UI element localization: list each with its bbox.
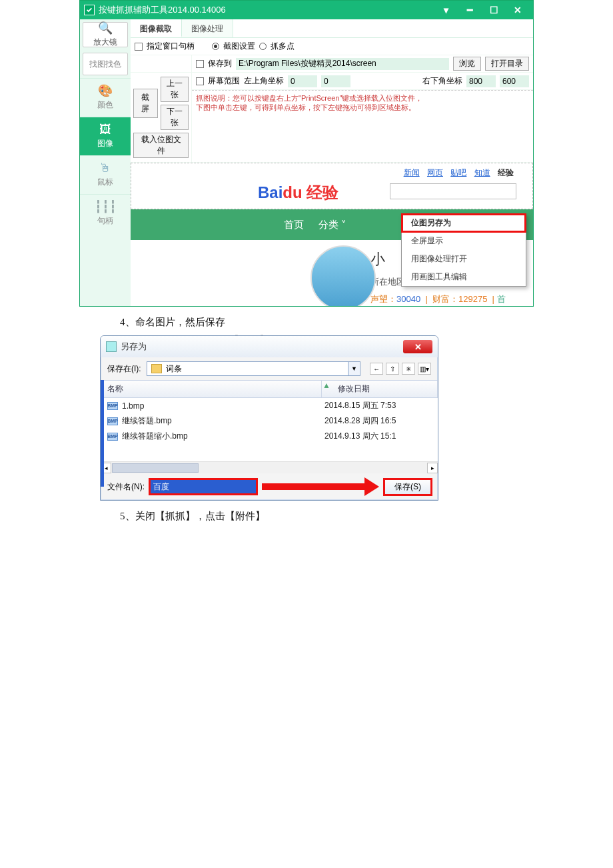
sidebar-item-handle[interactable]: ┇┇┇ 句柄 — [80, 194, 131, 233]
path-input[interactable] — [236, 58, 449, 70]
app-title: 按键抓抓辅助工具2014.00.14006 — [99, 4, 226, 16]
screenshot-button[interactable]: 截屏 — [133, 89, 158, 118]
file-name: 继续答题缩小.bmp — [122, 431, 188, 442]
checkbox-specify-window[interactable] — [135, 43, 143, 51]
nav-up-icon[interactable]: ⇧ — [386, 363, 399, 375]
horizontal-scrollbar[interactable]: ◂ ▸ — [101, 461, 438, 473]
save-in-label: 保存在(I): — [107, 363, 141, 375]
palette-icon: 🎨 — [98, 85, 113, 97]
caption-step5: 5、关闭【抓抓】，点击【附件】 — [120, 510, 613, 523]
sidebar-label: 颜色 — [97, 99, 113, 111]
folder-combo[interactable]: 词条 — [147, 361, 348, 376]
dialog-bottom-row: 文件名(N): 百度 保存(S) — [101, 473, 438, 500]
label-specify-window: 指定窗口句柄 — [147, 41, 195, 52]
load-bitmap-button[interactable]: 载入位图文件 — [133, 133, 189, 158]
ctx-fullscreen[interactable]: 全屏显示 — [402, 232, 526, 250]
minimize-button[interactable]: ━ — [458, 3, 481, 17]
maximize-button[interactable]: ☐ — [482, 3, 505, 17]
titlebar-menu-icon[interactable]: ▾ — [434, 3, 457, 17]
list-item[interactable]: BMP继续答题.bmp 2014.8.28 周四 16:5 — [101, 413, 438, 429]
save-button[interactable]: 保存(S) — [384, 479, 431, 495]
label-save-to: 保存到 — [208, 58, 232, 69]
nav-web[interactable]: 网页 — [427, 168, 443, 177]
sort-arrow-icon[interactable]: ▲ — [322, 381, 331, 397]
magnifier-icon: 🔍 — [98, 22, 113, 34]
baidu-logo: Baidu 经验 — [258, 182, 338, 203]
tl-x-input[interactable] — [288, 75, 317, 87]
nav-view-icon[interactable]: ▥▾ — [418, 363, 431, 375]
sidebar-item-mouse[interactable]: 🖱 鼠标 — [80, 155, 131, 194]
baidu-nav: 新闻 网页 贴吧 知道 经验 — [401, 167, 516, 179]
sidebar-item-find[interactable]: 找图找色 — [83, 53, 128, 75]
settings-row-2: 保存到 浏览 打开目录 — [192, 55, 533, 73]
sidebar-item-image[interactable]: 🖼 图像 — [80, 117, 131, 155]
preview-area[interactable]: ▲ 新闻 网页 贴吧 知道 经验 Baidu 经验 — [131, 162, 533, 306]
filename-label: 文件名(N): — [107, 481, 145, 493]
radio-multi-point[interactable] — [259, 43, 267, 50]
tab-image-capture[interactable]: 图像截取 — [131, 19, 182, 37]
instruction-note: 抓图说明：您可以按键盘右上方"PrintScreen"键或选择载入位图文件， 下… — [192, 90, 533, 115]
tabs: 图像截取 图像处理 — [131, 19, 533, 38]
file-name: 1.bmp — [122, 401, 144, 411]
dialog-left-strip — [101, 380, 104, 487]
prev-image-button[interactable]: 上一张 — [161, 77, 189, 102]
baidu-tab-category[interactable]: 分类 ˅ — [318, 219, 346, 231]
close-button[interactable]: ✕ — [506, 3, 529, 17]
baidu-search-input[interactable] — [390, 183, 516, 199]
nav-back-icon[interactable]: ← — [370, 363, 383, 375]
sidebar-label: 找图找色 — [89, 59, 121, 70]
file-list-header: 名称 ▲ 修改日期 — [101, 380, 438, 398]
nav-tieba[interactable]: 贴吧 — [450, 168, 466, 177]
list-item[interactable]: BMP1.bmp 2014.8.15 周五 7:53 — [101, 398, 438, 413]
label-topleft: 左上角坐标 — [244, 75, 284, 87]
titlebar: 按键抓抓辅助工具2014.00.14006 ▾ ━ ☐ ✕ — [80, 1, 533, 19]
ctx-save-as-bitmap[interactable]: 位图另存为 — [402, 214, 526, 232]
ctx-open-paint[interactable]: 用画图工具编辑 — [402, 268, 526, 286]
br-y-input[interactable] — [500, 75, 529, 87]
left-button-column-2: 截屏 上一张 下一张 载入位图文件 — [131, 73, 192, 162]
scroll-right-icon[interactable]: ▸ — [427, 463, 438, 473]
nav-news[interactable]: 新闻 — [404, 168, 420, 177]
label-bottomright: 右下角坐标 — [422, 75, 462, 87]
dialog-title: 另存为 — [121, 341, 147, 353]
folder-combo-arrow[interactable]: ▼ — [348, 361, 360, 376]
settings-row-1: 指定窗口句柄 截图设置 抓多点 — [131, 38, 533, 55]
list-item[interactable]: BMP继续答题缩小.bmp 2014.9.13 周六 15:1 — [101, 429, 438, 444]
sidebar-label: 鼠标 — [97, 177, 113, 188]
ctx-open-image-process[interactable]: 用图像处理打开 — [402, 250, 526, 268]
user-avatar — [310, 245, 376, 306]
checkbox-screen-range[interactable] — [196, 77, 204, 85]
tab-image-process[interactable]: 图像处理 — [182, 19, 233, 37]
open-dir-button[interactable]: 打开目录 — [485, 57, 529, 71]
save-as-dialog: 另存为 ✕ 保存在(I): 词条 ▼ ← ⇧ ✳ ▥▾ — [100, 335, 438, 501]
radio-capture-setting[interactable] — [212, 43, 219, 50]
nav-zhidao[interactable]: 知道 — [474, 168, 490, 177]
baidu-tab-home[interactable]: 首页 — [284, 219, 304, 231]
label-multi-point: 抓多点 — [271, 41, 295, 52]
preview-baidu-header: 新闻 网页 贴吧 知道 经验 Baidu 经验 — [131, 163, 533, 209]
nav-newfolder-icon[interactable]: ✳ — [402, 363, 415, 375]
filename-input[interactable]: 百度 — [150, 479, 257, 494]
file-date: 2014.8.28 周四 16:5 — [324, 415, 431, 427]
sidebar-item-magnifier[interactable]: 🔍 放大镜 — [83, 22, 128, 47]
col-date[interactable]: 修改日期 — [331, 381, 438, 397]
nav-jingyan[interactable]: 经验 — [498, 168, 514, 177]
main-panel: 图像截取 图像处理 指定窗口句柄 截图设置 抓多点 — [131, 19, 533, 306]
file-name: 继续答题.bmp — [122, 415, 172, 427]
folder-icon — [151, 364, 162, 373]
left-button-column — [131, 55, 192, 73]
sidebar-item-color[interactable]: 🎨 颜色 — [80, 78, 131, 117]
sidebar-label: 放大镜 — [93, 37, 117, 48]
br-x-input[interactable] — [466, 75, 496, 87]
mouse-icon: 🖱 — [99, 162, 111, 174]
next-image-button[interactable]: 下一张 — [161, 105, 189, 130]
sidebar-label: 句柄 — [97, 215, 113, 227]
dialog-close-button[interactable]: ✕ — [403, 340, 432, 353]
image-icon: 🖼 — [99, 123, 111, 135]
browse-button[interactable]: 浏览 — [453, 57, 481, 71]
col-name[interactable]: 名称 — [101, 381, 322, 397]
tl-y-input[interactable] — [321, 75, 350, 87]
checkbox-save-to[interactable] — [196, 60, 204, 68]
annotation-arrow — [262, 477, 379, 496]
scroll-thumb[interactable] — [112, 463, 199, 473]
